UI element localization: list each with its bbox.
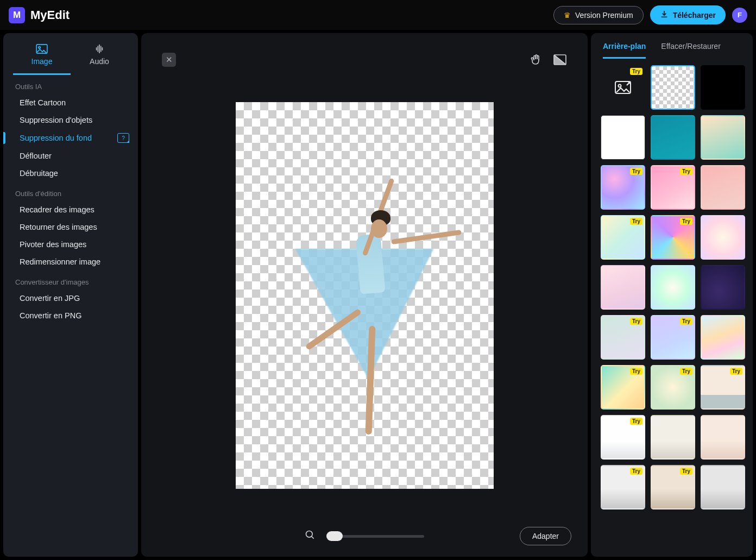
- background-swatch[interactable]: Try: [601, 215, 645, 260]
- upload-image-icon: [614, 80, 632, 95]
- background-swatch[interactable]: [651, 115, 695, 160]
- svg-point-3: [306, 531, 313, 538]
- sidebar-item-deblur[interactable]: Déflouter: [3, 147, 138, 165]
- sidebar-item-flip[interactable]: Retourner des images: [3, 218, 138, 236]
- background-swatch[interactable]: [601, 265, 645, 310]
- sidebar-item-to-jpg[interactable]: Convertir en JPG: [3, 290, 138, 307]
- image-preview: [236, 102, 494, 489]
- try-badge: Try: [630, 68, 642, 75]
- background-swatch[interactable]: Try: [651, 315, 695, 360]
- background-swatch[interactable]: Try: [601, 165, 645, 210]
- sidebar-item-label: Pivoter des images: [20, 240, 86, 249]
- pan-tool[interactable]: [529, 53, 543, 67]
- try-badge: Try: [630, 468, 642, 475]
- try-badge: Try: [680, 168, 692, 175]
- right-panel: Arrière-plan Effacer/Restaurer TryTryTry…: [591, 33, 753, 557]
- sidebar-item-obj-remove[interactable]: Suppression d'objets: [3, 111, 138, 129]
- sidebar-item-rotate[interactable]: Pivoter des images: [3, 236, 138, 253]
- background-swatch[interactable]: [701, 465, 745, 509]
- background-swatch[interactable]: Try: [651, 365, 695, 410]
- svg-point-5: [619, 85, 621, 87]
- app-logo[interactable]: M MyEdit: [9, 7, 70, 23]
- background-swatch[interactable]: Try: [651, 215, 695, 260]
- download-button[interactable]: Télécharger: [650, 5, 726, 24]
- tab-erase-restore[interactable]: Effacer/Restaurer: [661, 42, 720, 59]
- sidebar-item-label: Débruitage: [20, 169, 58, 178]
- background-swatch[interactable]: [701, 115, 745, 160]
- background-swatch[interactable]: [601, 115, 645, 160]
- background-swatch[interactable]: Try: [601, 315, 645, 360]
- background-swatch[interactable]: [701, 415, 745, 460]
- close-button[interactable]: ✕: [162, 53, 176, 67]
- try-badge: Try: [630, 418, 642, 425]
- background-swatch-list[interactable]: TryTryTryTryTryTryTryTryTryTryTryTryTry: [591, 59, 753, 557]
- svg-point-1: [39, 47, 41, 49]
- try-badge: Try: [730, 368, 742, 375]
- canvas-area: ✕: [141, 33, 588, 557]
- background-swatch[interactable]: Try: [601, 365, 645, 410]
- sidebar-item-to-png[interactable]: Convertir en PNG: [3, 307, 138, 324]
- sidebar-item-label: Déflouter: [20, 152, 52, 160]
- background-swatch[interactable]: Try: [701, 365, 745, 410]
- help-icon[interactable]: ?: [117, 133, 129, 143]
- sidebar-section-title: Outils IA: [3, 75, 138, 94]
- background-swatch[interactable]: [651, 65, 695, 110]
- background-swatch[interactable]: [701, 215, 745, 260]
- compare-icon: [553, 53, 567, 66]
- sidebar-item-label: Retourner des images: [20, 223, 97, 231]
- canvas-stage[interactable]: [141, 67, 588, 521]
- background-swatch[interactable]: Try: [651, 465, 695, 509]
- zoom-icon: [305, 530, 316, 543]
- sidebar-item-bg-remove[interactable]: Suppression du fond?: [3, 129, 138, 147]
- tab-image-label: Image: [32, 57, 53, 66]
- background-swatch[interactable]: Try: [601, 415, 645, 460]
- background-swatch[interactable]: [651, 265, 695, 310]
- hand-icon: [530, 53, 543, 66]
- left-sidebar: Image Audio Outils IAEffet CartoonSuppre…: [3, 33, 138, 557]
- background-swatch[interactable]: [701, 65, 745, 110]
- sidebar-item-cartoon[interactable]: Effet Cartoon: [3, 94, 138, 111]
- premium-button[interactable]: ♛ Version Premium: [553, 6, 644, 24]
- logo-badge-icon: M: [9, 7, 25, 23]
- background-swatch[interactable]: [651, 415, 695, 460]
- try-badge: Try: [680, 468, 692, 475]
- background-swatch[interactable]: Try: [651, 165, 695, 210]
- try-badge: Try: [680, 318, 692, 325]
- sidebar-section-title: Outils d'édition: [3, 182, 138, 201]
- try-badge: Try: [630, 318, 642, 325]
- app-name: MyEdit: [30, 8, 70, 22]
- zoom-slider-thumb[interactable]: [326, 531, 343, 541]
- subject-cutout: [261, 143, 468, 448]
- sidebar-mode-tabs: Image Audio: [3, 39, 138, 75]
- sidebar-item-label: Suppression d'objets: [20, 116, 92, 124]
- download-icon: [660, 10, 669, 20]
- sidebar-item-resize[interactable]: Redimensionner image: [3, 253, 138, 270]
- sidebar-item-crop[interactable]: Recadrer des images: [3, 201, 138, 218]
- try-badge: Try: [630, 218, 642, 225]
- compare-tool[interactable]: [553, 53, 567, 67]
- premium-label: Version Premium: [575, 11, 633, 20]
- sidebar-item-denoise[interactable]: Débruitage: [3, 165, 138, 182]
- image-icon: [35, 44, 48, 54]
- try-badge: Try: [630, 368, 642, 375]
- sidebar-item-label: Suppression du fond: [20, 134, 92, 142]
- audio-icon: [93, 44, 106, 54]
- background-swatch[interactable]: Try: [601, 465, 645, 509]
- tab-background[interactable]: Arrière-plan: [603, 42, 646, 59]
- crown-icon: ♛: [564, 11, 571, 20]
- avatar[interactable]: F: [732, 8, 747, 23]
- zoom-slider[interactable]: [326, 535, 424, 538]
- tab-audio[interactable]: Audio: [71, 39, 128, 75]
- sidebar-item-label: Redimensionner image: [20, 257, 100, 266]
- sidebar-item-label: Convertir en PNG: [20, 311, 81, 320]
- try-badge: Try: [680, 368, 692, 375]
- tab-image[interactable]: Image: [13, 39, 71, 75]
- fit-button[interactable]: Adapter: [520, 527, 571, 545]
- background-swatch[interactable]: [701, 265, 745, 310]
- sidebar-section-title: Convertisseur d'images: [3, 270, 138, 290]
- background-swatch[interactable]: [701, 315, 745, 360]
- close-icon: ✕: [166, 55, 173, 65]
- background-swatch[interactable]: [701, 165, 745, 210]
- sidebar-item-label: Convertir en JPG: [20, 294, 80, 303]
- background-swatch[interactable]: Try: [601, 65, 645, 110]
